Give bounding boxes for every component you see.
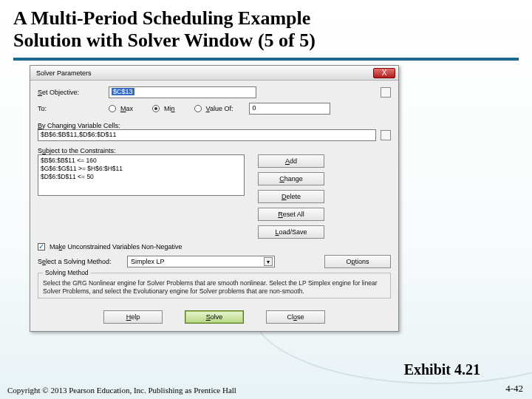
exhibit-label: Exhibit 4.21 [404,361,480,378]
slide-title: A Multi-Period Scheduling Example Soluti… [0,0,532,55]
change-button[interactable]: Change [258,172,324,185]
title-underline [13,58,519,61]
objective-input[interactable]: $C$13 [109,86,256,98]
group-legend: Solving Method [43,269,91,276]
set-objective-label: Set Objective: [38,89,104,96]
constraints-listbox[interactable]: $B$6:$B$11 <= 160 $G$6:$G$11 >= $H$6:$H$… [38,154,245,196]
load-save-button[interactable]: Load/Save [258,225,324,239]
changing-cells-input[interactable]: $B$6:$B$11,$D$6:$D$11 [38,129,376,141]
max-radio[interactable] [109,105,116,112]
constraints-label: Subject to the Constraints: [38,147,391,154]
min-radio[interactable] [152,105,160,112]
solving-method-value: Simplex LP [131,258,165,265]
page-number: 4-42 [505,383,523,395]
title-line1: A Multi-Period Scheduling Example [13,7,519,30]
nonneg-checkbox[interactable] [38,243,45,250]
max-label: Max [120,105,133,112]
solving-method-group: Solving Method Select the GRG Nonlinear … [38,273,391,299]
constraint-row[interactable]: $D$6:$D$11 <= 50 [41,173,242,181]
valueof-radio[interactable] [194,105,202,112]
min-label: Min [164,105,175,112]
valueof-input[interactable]: 0 [249,103,330,115]
constraint-row[interactable]: $G$6:$G$11 >= $H$6:$H$11 [41,165,242,173]
constraint-row[interactable]: $B$6:$B$11 <= 160 [41,157,242,165]
group-description: Select the GRG Nonlinear engine for Solv… [43,279,386,295]
help-button[interactable]: Help [103,310,163,324]
dialog-title: Solver Parameters [36,69,92,77]
delete-button[interactable]: Delete [258,190,324,203]
solve-button[interactable]: Solve [185,310,244,324]
range-picker-icon[interactable] [381,87,391,98]
reset-all-button[interactable]: Reset All [258,208,324,221]
add-button[interactable]: Add [258,154,324,168]
chevron-down-icon[interactable]: ▾ [264,257,273,266]
solving-method-select[interactable]: Simplex LP ▾ [127,256,275,267]
valueof-label: Value Of: [206,105,233,112]
options-button[interactable]: Options [324,255,391,268]
to-label: To: [38,105,104,112]
dialog-titlebar: Solver Parameters X [30,66,398,81]
solver-dialog: Solver Parameters X Set Objective: $C$13… [30,65,399,332]
close-icon[interactable]: X [373,68,395,78]
method-label: Select a Solving Method: [38,258,123,265]
range-picker-icon[interactable] [381,130,391,140]
close-button[interactable]: Close [266,310,325,324]
copyright-text: Copyright © 2013 Pearson Education, Inc.… [7,386,236,395]
title-line2: Solution with Solver Window (5 of 5) [13,30,519,52]
changing-cells-label: By Changing Variable Cells: [38,122,391,129]
nonneg-label: Make Unconstrained Variables Non-Negativ… [50,243,182,250]
